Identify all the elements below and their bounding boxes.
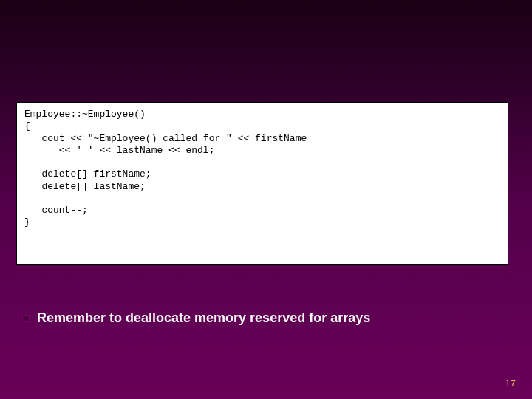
code-line-7-indent <box>24 205 41 216</box>
code-line-5: delete[] firstName; <box>24 168 151 180</box>
code-line-7-underline: count--; <box>41 205 87 216</box>
bullet-square-icon <box>22 315 30 322</box>
code-line-3: cout << "~Employee() called for " << fir… <box>24 133 307 144</box>
code-line-6: delete[] lastName; <box>24 181 146 192</box>
code-line-8: } <box>24 216 30 228</box>
bullet-text: Remember to deallocate memory reserved f… <box>37 310 370 326</box>
code-line-4: << ' ' << lastName << endl; <box>24 145 214 156</box>
page-number: 17 <box>505 378 516 389</box>
slide: Employee::~Employee() { cout << "~Employ… <box>0 0 532 399</box>
code-block: Employee::~Employee() { cout << "~Employ… <box>16 102 508 265</box>
code-line-1: Employee::~Employee() <box>24 109 146 120</box>
bullet-item: Remember to deallocate memory reserved f… <box>22 310 370 326</box>
code-line-2: { <box>24 120 30 132</box>
